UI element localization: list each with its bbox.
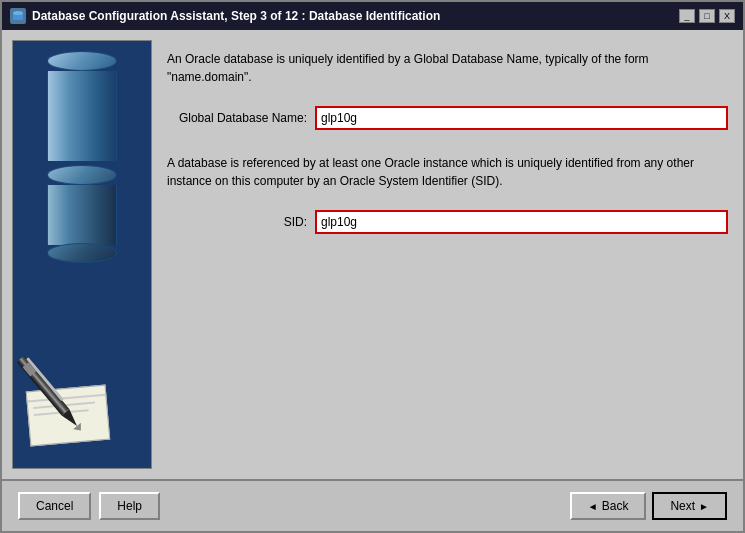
illustration-panel	[12, 40, 152, 469]
cancel-button[interactable]: Cancel	[18, 492, 91, 520]
cylinder2-body	[47, 185, 117, 245]
pen-paper-area	[13, 308, 151, 468]
back-label: Back	[602, 499, 629, 513]
next-label: Next	[670, 499, 695, 513]
cylinder-top	[47, 51, 117, 71]
main-window: Database Configuration Assistant, Step 3…	[0, 0, 745, 533]
footer: Cancel Help ◄ Back Next ►	[2, 479, 743, 531]
close-button[interactable]: X	[719, 9, 735, 23]
global-db-row: Global Database Name:	[167, 106, 728, 130]
footer-right-buttons: ◄ Back Next ►	[570, 492, 727, 520]
description2: A database is referenced by at least one…	[167, 154, 728, 190]
cylinder2	[47, 165, 117, 263]
cylinder2-top	[47, 165, 117, 185]
global-db-input[interactable]	[315, 106, 728, 130]
minimize-button[interactable]: _	[679, 9, 695, 23]
sid-row: SID:	[167, 210, 728, 234]
global-db-label: Global Database Name:	[167, 111, 307, 125]
right-panel: An Oracle database is uniquely identifie…	[162, 40, 733, 469]
back-button[interactable]: ◄ Back	[570, 492, 647, 520]
app-icon	[10, 8, 26, 24]
window-controls: _ □ X	[679, 9, 735, 23]
footer-left-buttons: Cancel Help	[18, 492, 160, 520]
next-button[interactable]: Next ►	[652, 492, 727, 520]
back-arrow: ◄	[588, 501, 598, 512]
next-arrow: ►	[699, 501, 709, 512]
description1: An Oracle database is uniquely identifie…	[167, 50, 728, 86]
title-bar: Database Configuration Assistant, Step 3…	[2, 2, 743, 30]
help-button[interactable]: Help	[99, 492, 160, 520]
svg-point-1	[13, 11, 23, 15]
cylinder2-bottom	[47, 243, 117, 263]
maximize-button[interactable]: □	[699, 9, 715, 23]
title-bar-left: Database Configuration Assistant, Step 3…	[10, 8, 440, 24]
sid-input[interactable]	[315, 210, 728, 234]
cylinder-body	[47, 71, 117, 161]
database-illustration	[47, 51, 117, 263]
sid-label: SID:	[167, 215, 307, 229]
window-title: Database Configuration Assistant, Step 3…	[32, 9, 440, 23]
content-area: An Oracle database is uniquely identifie…	[2, 30, 743, 479]
